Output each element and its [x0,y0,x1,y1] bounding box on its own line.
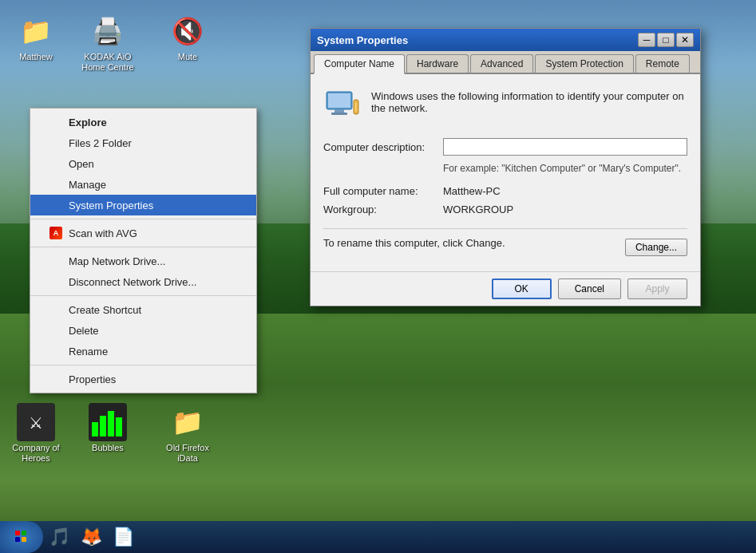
tab-computer-name[interactable]: Computer Name [314,54,405,74]
ctx-explore-icon [49,116,62,128]
ctx-delete-icon [49,324,62,337]
desktop-icon-old-firefox[interactable]: 📁 Old FirefoxiData [156,403,220,464]
computer-icon [323,87,362,125]
ctx-disconnect-icon [49,275,62,288]
old-firefox-icon: 📁 [168,403,207,441]
svg-rect-10 [331,113,347,115]
info-row: Windows uses the following information t… [323,87,687,125]
taskbar-audio-icon[interactable]: 🎵 [45,523,73,551]
ctx-open[interactable]: Open [30,153,256,174]
desktop-icon-mute[interactable]: 🔇 Mute [156,12,220,62]
ctx-delete[interactable]: Delete [30,320,256,341]
kodak-icon: 🖨️ [89,12,127,50]
ctx-avg-icon: A [49,227,62,239]
desktop-icon-kodak[interactable]: 🖨️ KODAK AiOHome Centre [76,12,140,73]
svg-rect-15 [15,531,20,535]
ctx-shortcut-icon [49,303,62,316]
rename-row: To rename this computer, click Change. C… [323,237,687,259]
ctx-properties[interactable]: Properties [30,369,256,389]
svg-rect-13 [355,103,356,111]
dialog-titlebar: System Properties ─ □ ✕ [311,29,700,51]
ctx-map-drive[interactable]: Map Network Drive... [30,251,256,271]
cancel-button[interactable]: Cancel [558,278,621,299]
ctx-map-drive-icon [49,255,62,267]
mute-icon: 🔇 [168,12,207,50]
info-text: Windows uses the following information t… [371,87,687,114]
ctx-separator-3 [30,295,256,296]
ctx-manage-icon [49,178,62,191]
taskbar-page-icon[interactable]: 📄 [109,523,137,551]
kodak-label: KODAK AiOHome Centre [81,52,133,73]
matthew-label: Matthew [19,52,53,62]
desktop-icon-bubbles[interactable]: Bubbles [76,403,140,453]
full-computer-name-value: Matthew-PC [443,185,501,197]
taskbar-firefox-icon[interactable]: 🦊 [77,523,105,551]
ctx-properties-icon [49,373,62,385]
tab-advanced[interactable]: Advanced [470,54,533,73]
ctx-separator-1 [30,219,256,219]
ctx-system-properties[interactable]: System Properties [30,195,256,215]
system-properties-dialog: System Properties ─ □ ✕ Computer Name Ha… [310,28,701,306]
workgroup-value: WORKGROUP [443,203,513,215]
ctx-separator-4 [30,365,256,365]
context-menu: Explore Files 2 Folder Open Manage Syste… [30,108,257,393]
svg-rect-16 [22,531,26,535]
svg-rect-4 [100,416,106,436]
computer-description-input[interactable] [443,138,687,156]
bubbles-icon [89,403,127,441]
svg-rect-5 [108,411,114,436]
change-button[interactable]: Change... [625,239,687,256]
ctx-files2folder-icon [49,136,62,149]
computer-description-label: Computer description: [323,141,443,153]
workgroup-label: Workgroup: [323,203,443,215]
dialog-buttons: OK Cancel Apply [311,271,700,306]
apply-button[interactable]: Apply [627,278,687,299]
svg-rect-17 [15,537,20,542]
rename-text: To rename this computer, click Change. [323,237,505,249]
ctx-disconnect-drive[interactable]: Disconnect Network Drive... [30,271,256,292]
computer-description-row: Computer description: [323,138,687,156]
svg-rect-6 [116,417,122,436]
computer-description-hint: For example: "Kitchen Computer" or "Mary… [443,162,687,176]
ctx-rename-icon [49,345,62,357]
full-computer-name-row: Full computer name: Matthew-PC [323,185,687,197]
maximize-button[interactable]: □ [657,33,675,47]
ctx-manage[interactable]: Manage [30,174,256,195]
desktop-icon-company-heroes[interactable]: ⚔ Company ofHeroes [4,403,68,464]
separator [323,228,687,229]
svg-text:⚔: ⚔ [29,414,43,432]
old-firefox-label: Old FirefoxiData [166,443,209,464]
tab-remote[interactable]: Remote [635,54,690,73]
svg-rect-3 [92,422,98,436]
dialog-title: System Properties [317,34,408,46]
desktop-icon-matthew[interactable]: 📁 Matthew [4,12,68,62]
full-computer-name-label: Full computer name: [323,185,443,197]
ctx-explore[interactable]: Explore [30,112,256,132]
taskbar: 🎵 🦊 📄 [0,521,756,553]
ctx-create-shortcut[interactable]: Create Shortcut [30,299,256,320]
ctx-separator-2 [30,247,256,247]
ctx-open-icon [49,157,62,170]
dialog-content: Windows uses the following information t… [311,74,700,271]
ctx-files2folder[interactable]: Files 2 Folder [30,132,256,153]
company-heroes-label: Company ofHeroes [12,443,59,464]
matthew-folder-icon: 📁 [17,12,55,50]
tabs-bar: Computer Name Hardware Advanced System P… [311,51,700,74]
tab-system-protection[interactable]: System Protection [535,54,633,73]
tab-hardware[interactable]: Hardware [406,54,469,73]
workgroup-row: Workgroup: WORKGROUP [323,203,687,215]
ctx-scan-avg[interactable]: A Scan with AVG [30,223,256,243]
ctx-system-properties-icon [49,199,62,211]
minimize-button[interactable]: ─ [638,33,655,47]
start-button[interactable] [0,521,43,553]
mute-label: Mute [178,52,197,62]
ok-button[interactable]: OK [492,278,552,299]
svg-rect-8 [328,93,350,108]
svg-rect-18 [22,537,26,542]
close-button[interactable]: ✕ [676,33,694,47]
ctx-rename[interactable]: Rename [30,341,256,361]
title-controls: ─ □ ✕ [638,33,694,47]
company-heroes-icon: ⚔ [17,403,55,441]
bubbles-label: Bubbles [92,443,124,453]
svg-point-14 [11,527,32,547]
